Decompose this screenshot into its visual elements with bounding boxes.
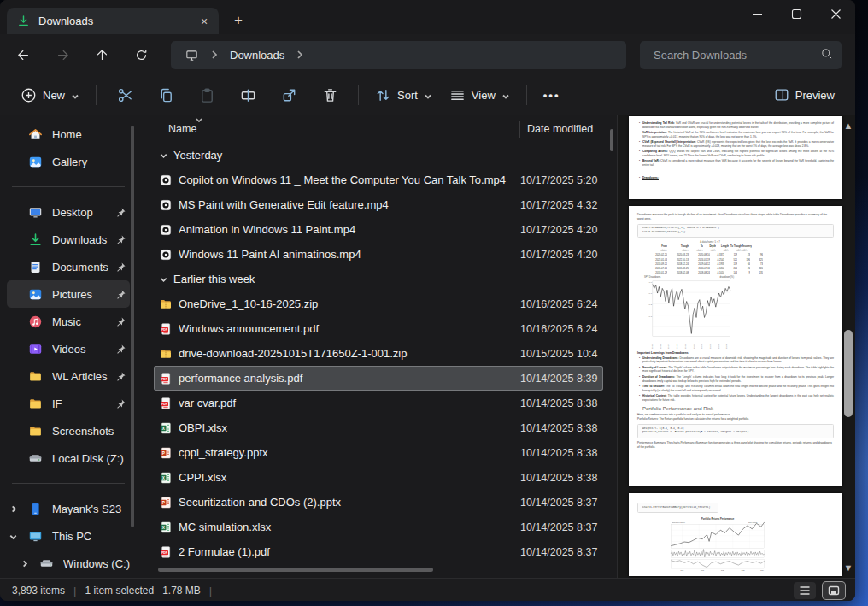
pin-icon	[115, 344, 126, 355]
refresh-button[interactable]	[126, 41, 155, 68]
sidebar-item[interactable]: Music	[7, 308, 130, 335]
selection-size: 1.78 MB	[162, 585, 201, 597]
this-pc-icon[interactable]	[185, 48, 199, 62]
preview-paragraph: Here, we combine assets into a portfolio…	[637, 413, 834, 417]
file-rows: Yesterday Copilot on Windows 11 _ Meet t…	[137, 143, 617, 564]
see-more-button[interactable]: •••	[535, 83, 569, 108]
preview-toggle-button[interactable]: Preview	[765, 81, 843, 109]
sidebar-item[interactable]: Screenshots	[7, 417, 130, 444]
delete-button[interactable]	[313, 79, 347, 110]
new-button[interactable]: New	[12, 81, 88, 109]
sidebar-item[interactable]	[12, 186, 125, 187]
sidebar-scrollbar[interactable]	[131, 126, 134, 527]
file-row[interactable]: MS Paint with Generative Edit feature.mp…	[154, 192, 603, 217]
file-row[interactable]: Copilot on Windows 11 _ Meet the Compute…	[154, 168, 603, 192]
search-icon	[820, 47, 833, 63]
file-list-horizontal-scrollbar[interactable]	[158, 568, 433, 572]
file-row[interactable]: Yesterday	[154, 143, 603, 168]
file-row[interactable]: drive-download-20251015T171650Z-1-001.zi…	[154, 341, 603, 366]
sidebar-item[interactable]: Mayank's S23	[7, 495, 130, 522]
preview-code-block: charts.PerformanceSummary(portfolio_retu…	[637, 503, 718, 513]
tab-close-icon[interactable]: ×	[196, 14, 212, 29]
search-box[interactable]	[640, 41, 842, 69]
file-type-icon	[159, 545, 173, 559]
search-input[interactable]	[652, 48, 820, 62]
svg-text:2018: 2018	[701, 569, 704, 570]
preview-scrollbar[interactable]: ▲ ▼	[842, 115, 855, 578]
file-row[interactable]: Windows announcement.pdf 10/16/2025 6:24	[154, 316, 603, 341]
group-collapse-icon[interactable]	[159, 150, 168, 160]
group-collapse-icon[interactable]	[159, 274, 168, 284]
file-name: cppi_strategy.pptx	[179, 446, 520, 459]
sidebar-item[interactable]: Gallery	[7, 148, 130, 175]
file-row[interactable]: Securitization and CDOs (2).pptx 10/14/2…	[154, 490, 603, 515]
address-bar[interactable]: Downloads	[171, 41, 626, 69]
file-row[interactable]: performance analysis.pdf 10/14/2025 8:39	[154, 366, 603, 391]
sidebar-item[interactable]: Local Disk (Z:)	[7, 444, 130, 472]
back-button[interactable]	[9, 41, 38, 68]
sidebar-item[interactable]: Home	[7, 121, 130, 148]
sidebar-item-icon	[28, 369, 43, 384]
details-view-toggle[interactable]	[794, 582, 816, 599]
breadcrumb-chevron-icon[interactable]	[209, 50, 220, 60]
copy-button[interactable]	[149, 79, 183, 110]
breadcrumb-downloads[interactable]: Downloads	[226, 47, 288, 63]
paste-button[interactable]	[190, 79, 224, 110]
expand-chevron-icon[interactable]	[20, 559, 29, 568]
file-row[interactable]: MC simulation.xlsx 10/14/2025 8:37	[154, 515, 603, 539]
share-button[interactable]	[272, 79, 306, 110]
pin-icon	[115, 234, 126, 245]
file-row[interactable]: Windows 11 Paint AI animatinos.mp4 10/17…	[154, 242, 603, 267]
cut-button[interactable]	[108, 79, 142, 110]
file-row[interactable]: OBPI.xlsx 10/14/2025 8:38	[154, 415, 603, 440]
sidebar-item[interactable]: IF	[7, 390, 130, 417]
file-date-modified: 10/14/2025 8:38	[520, 422, 603, 434]
file-row[interactable]: Earlier this week	[154, 267, 603, 291]
sidebar-item-label: Videos	[52, 343, 115, 356]
sidebar-item[interactable]: WL Articles	[7, 362, 130, 390]
maximize-button[interactable]	[777, 0, 816, 27]
file-row[interactable]: cppi_strategy.pptx 10/14/2025 8:38	[154, 440, 603, 465]
sort-button[interactable]: Sort	[367, 81, 441, 109]
forward-button[interactable]	[48, 41, 77, 68]
sidebar-item[interactable]: Windows (C:)	[7, 550, 130, 577]
expand-chevron-icon[interactable]	[9, 504, 18, 514]
scroll-up-icon[interactable]: ▲	[843, 121, 853, 131]
section-heading: Portfolio Performance and Risk	[642, 406, 834, 411]
pin-icon	[115, 398, 126, 409]
sidebar-item[interactable]: Videos	[7, 335, 130, 362]
rename-button[interactable]	[231, 79, 265, 110]
file-type-icon	[159, 496, 173, 509]
file-row[interactable]: 2 Formulae (1).pdf 10/14/2025 8:37	[154, 539, 603, 564]
sidebar-item[interactable]: Documents	[7, 253, 130, 280]
file-list-vertical-scrollbar[interactable]	[610, 129, 613, 151]
column-header-name[interactable]: Name	[168, 123, 519, 135]
sidebar-item[interactable]: Downloads	[7, 226, 130, 253]
sidebar-item[interactable]: Pictures	[7, 280, 130, 308]
file-row[interactable]: Animation in Windows 11 Paint.mp4 10/17/…	[154, 217, 603, 242]
close-button[interactable]	[816, 0, 855, 27]
file-type-icon	[159, 521, 173, 534]
explorer-tab-downloads[interactable]: Downloads ×	[7, 8, 219, 34]
up-button[interactable]	[87, 41, 116, 68]
file-row[interactable]: CPPI.xlsx 10/14/2025 8:38	[154, 465, 603, 490]
large-icons-view-toggle[interactable]	[823, 582, 845, 599]
sort-direction-icon	[195, 115, 203, 124]
sidebar-item[interactable]: This PC	[7, 522, 130, 550]
preview-page-3: charts.PerformanceSummary(portfolio_retu…	[629, 493, 842, 576]
breadcrumb-chevron-icon[interactable]	[295, 50, 305, 60]
file-row[interactable]: var cvar.pdf 10/14/2025 8:38	[154, 391, 603, 415]
minimize-button[interactable]	[737, 0, 777, 27]
file-name: MC simulation.xlsx	[179, 521, 520, 533]
sidebar-item-label: IF	[52, 397, 115, 410]
column-header-date-modified[interactable]: Date modified	[519, 121, 617, 138]
preview-scrollbar-thumb[interactable]	[844, 330, 853, 417]
scroll-down-icon[interactable]: ▼	[843, 562, 853, 573]
sidebar-item-label: Screenshots	[52, 425, 130, 438]
new-tab-button[interactable]: +	[227, 10, 249, 31]
view-button[interactable]: View	[441, 81, 519, 109]
expand-chevron-icon[interactable]	[9, 532, 18, 541]
sidebar-item[interactable]	[12, 483, 125, 484]
file-row[interactable]: OneDrive_1_10-16-2025.zip 10/16/2025 6:2…	[154, 291, 603, 316]
sidebar-item[interactable]: Desktop	[7, 198, 130, 226]
